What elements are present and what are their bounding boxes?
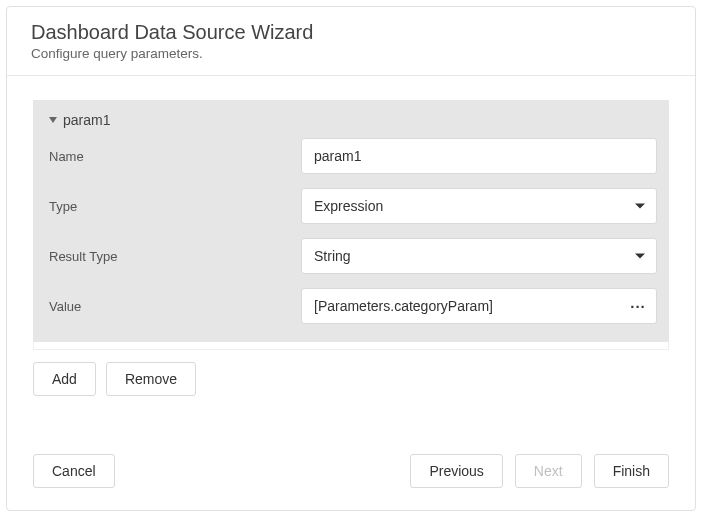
result-type-dropdown[interactable]: String bbox=[301, 238, 657, 274]
type-dropdown[interactable]: Expression bbox=[301, 188, 657, 224]
wizard-footer: Cancel Previous Next Finish bbox=[7, 434, 695, 510]
parameter-panel: param1 Name Type Expression Result Type bbox=[33, 100, 669, 342]
value-field-text: [Parameters.categoryParam] bbox=[314, 298, 493, 314]
add-button[interactable]: Add bbox=[33, 362, 96, 396]
row-value: Value [Parameters.categoryParam] ··· bbox=[45, 288, 657, 324]
remove-button[interactable]: Remove bbox=[106, 362, 196, 396]
row-name: Name bbox=[45, 138, 657, 174]
label-type: Type bbox=[49, 199, 301, 214]
parameter-collapse-toggle[interactable]: param1 bbox=[45, 112, 657, 138]
parameter-collapse-label: param1 bbox=[63, 112, 110, 128]
footer-right-group: Previous Next Finish bbox=[410, 454, 669, 488]
label-value: Value bbox=[49, 299, 301, 314]
type-dropdown-value: Expression bbox=[314, 198, 383, 214]
label-name: Name bbox=[49, 149, 301, 164]
row-result-type: Result Type String bbox=[45, 238, 657, 274]
wizard-dialog: Dashboard Data Source Wizard Configure q… bbox=[6, 6, 696, 511]
triangle-down-icon bbox=[49, 117, 57, 123]
value-ellipsis-button[interactable]: ··· bbox=[625, 293, 651, 319]
parameter-actions: Add Remove bbox=[33, 362, 669, 396]
row-type: Type Expression bbox=[45, 188, 657, 224]
wizard-header: Dashboard Data Source Wizard Configure q… bbox=[7, 7, 695, 76]
next-button: Next bbox=[515, 454, 582, 488]
cancel-button[interactable]: Cancel bbox=[33, 454, 115, 488]
result-type-dropdown-value: String bbox=[314, 248, 351, 264]
wizard-title: Dashboard Data Source Wizard bbox=[31, 21, 671, 44]
name-input[interactable] bbox=[301, 138, 657, 174]
panel-bottom-strip bbox=[33, 342, 669, 350]
previous-button[interactable]: Previous bbox=[410, 454, 502, 488]
finish-button[interactable]: Finish bbox=[594, 454, 669, 488]
wizard-subtitle: Configure query parameters. bbox=[31, 46, 671, 61]
value-field[interactable]: [Parameters.categoryParam] bbox=[301, 288, 657, 324]
label-result-type: Result Type bbox=[49, 249, 301, 264]
wizard-body: param1 Name Type Expression Result Type bbox=[7, 76, 695, 434]
